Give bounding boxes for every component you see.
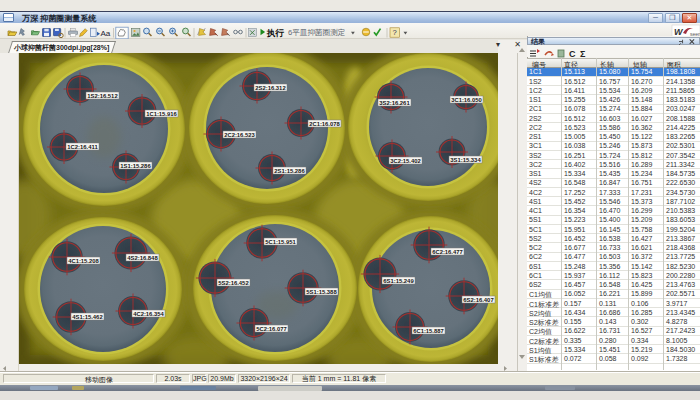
svg-text:执行: 执行 — [266, 27, 285, 37]
svg-text:5C2:16.077: 5C2:16.077 — [256, 326, 287, 332]
svg-text:2C1:16.078: 2C1:16.078 — [309, 121, 340, 127]
svg-text:4S1:15.462: 4S1:15.462 — [72, 314, 103, 320]
svg-text:2S1:15.286: 2S1:15.286 — [274, 168, 305, 174]
svg-text:6S1:15.249: 6S1:15.249 — [383, 278, 414, 284]
svg-text:6平皿抑菌圈测定: 6平皿抑菌圈测定 — [288, 28, 345, 37]
svg-text:1S2:16.512: 1S2:16.512 — [87, 93, 118, 99]
svg-text:4C1:15.208: 4C1:15.208 — [68, 258, 99, 264]
svg-text:4C2:16.354: 4C2:16.354 — [133, 311, 164, 317]
svg-text:4S2:16.848: 4S2:16.848 — [127, 255, 158, 261]
svg-text:5S1:15.388: 5S1:15.388 — [306, 289, 337, 295]
svg-text:6S2:16.407: 6S2:16.407 — [463, 297, 494, 303]
svg-text:1C1:15.916: 1C1:15.916 — [146, 111, 177, 117]
svg-text:Aa: Aa — [101, 28, 111, 37]
svg-text:3C1:16.050: 3C1:16.050 — [451, 97, 482, 103]
svg-text:5S2:16.452: 5S2:16.452 — [218, 280, 249, 286]
svg-text:1S1:15.286: 1S1:15.286 — [120, 163, 151, 169]
svg-text:6C2:16.477: 6C2:16.477 — [432, 249, 463, 255]
svg-text:5C1:15.951: 5C1:15.951 — [265, 239, 296, 245]
svg-text:3S2:16.261: 3S2:16.261 — [379, 100, 410, 106]
svg-text:3C2:15.402: 3C2:15.402 — [390, 158, 421, 164]
svg-text:2C2:16.523: 2C2:16.523 — [224, 132, 255, 138]
svg-text:6C1:15.887: 6C1:15.887 — [413, 328, 444, 334]
svg-text:?: ? — [393, 28, 397, 37]
svg-text:2S2:16.312: 2S2:16.312 — [255, 85, 286, 91]
svg-text:1C2:16.411: 1C2:16.411 — [67, 144, 98, 150]
svg-text:3S1:15.334: 3S1:15.334 — [450, 157, 481, 163]
